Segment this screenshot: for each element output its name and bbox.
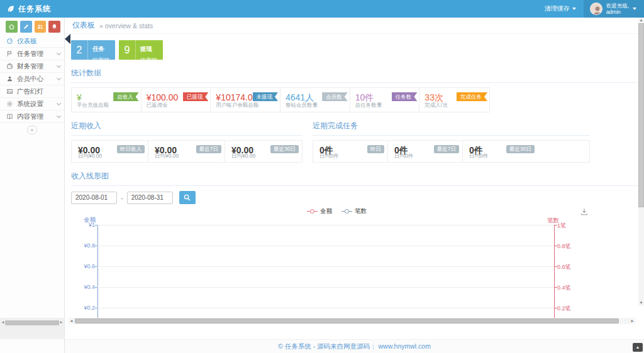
back-to-top-button[interactable]: ▲: [633, 343, 643, 352]
sidebar-item-finance[interactable]: 财务管理: [0, 60, 64, 73]
chevron-down-icon: [57, 63, 61, 67]
right-axis-tickmark: [554, 246, 557, 246]
scroll-up-arrow-icon[interactable]: ▲: [638, 18, 644, 23]
sidebar-item-content[interactable]: 内容管理: [0, 111, 64, 123]
income-card-7days: ¥0.00 最近7日 日均¥0.00: [148, 141, 225, 162]
start-date-input[interactable]: [71, 192, 117, 204]
left-axis-tick: ¥0.8: [71, 242, 95, 249]
sidebar-collapse-row: «: [0, 123, 64, 137]
book-icon: [6, 113, 13, 120]
sidebar-item-ads[interactable]: 广告幻灯: [0, 85, 64, 98]
avatar-person-icon: [591, 4, 602, 15]
left-axis-tickmark: [95, 287, 97, 288]
income-daily-average: 日均¥0.00: [231, 153, 255, 160]
download-chart-button[interactable]: [580, 207, 589, 219]
income-period-badge: 最近30日: [270, 145, 299, 153]
clear-cache-menu[interactable]: 清理缓存: [537, 0, 584, 18]
sidebar-bottom-strip: ◄ ►: [0, 318, 64, 339]
stat-card-completions: 33次 完成任务 完成人/次: [419, 88, 489, 112]
section-title-recent-income: 近期收入: [71, 121, 303, 136]
search-button[interactable]: [179, 191, 196, 204]
tasks-card-30days: 0件 最近30日 日均0件: [463, 141, 538, 162]
scroll-right-arrow-icon[interactable]: ►: [59, 320, 64, 325]
stat-ribbon: 任务数: [392, 92, 418, 101]
breadcrumb-current[interactable]: 仪表板: [72, 20, 95, 31]
stat-card-total-income: ¥ 总收入 平台充值总额: [72, 88, 142, 112]
left-axis-tickmark: [95, 246, 97, 246]
chevron-down-icon: [633, 8, 636, 10]
pencil-icon: [23, 23, 30, 30]
stat-label: 平台充值总额: [77, 102, 109, 109]
scrollbar-thumb[interactable]: [5, 320, 59, 325]
user-icon: [6, 75, 13, 82]
main-vertical-scrollbar[interactable]: ▲ ▼: [638, 18, 644, 306]
left-axis-line: [97, 225, 98, 318]
chevron-down-icon: [57, 50, 61, 55]
sidebar-quick-buttons: [0, 18, 64, 35]
edit-button[interactable]: [20, 21, 32, 33]
sidebar-item-label: 会员中心: [17, 75, 53, 84]
chart-gridline: [97, 246, 554, 246]
members-button[interactable]: [35, 21, 47, 33]
date-filter: -: [71, 191, 638, 204]
chart-horizontal-scrollbar[interactable]: ◄ ►: [69, 318, 635, 324]
pending-badges-row: 2 任务 待审核 9 提现 待审核: [71, 40, 638, 60]
scroll-left-arrow-icon[interactable]: ◄: [1, 320, 5, 325]
sidebar-item-settings[interactable]: 系统设置: [0, 98, 64, 111]
legend-marker-count: [341, 209, 352, 214]
image-icon: [6, 88, 13, 95]
home-button[interactable]: [6, 21, 18, 33]
gear-icon: [6, 100, 13, 107]
pending-withdrawals-count: 9: [119, 40, 136, 60]
pending-withdrawals-badge[interactable]: 9 提现 待审核: [119, 40, 163, 60]
section-title-stats: 统计数据: [71, 68, 638, 83]
recent-tasks-cards: 0件 昨日 日均0件 0件 最近7日 日均0件 0件 最近30日 日均0: [313, 140, 590, 163]
dashboard-icon: [6, 38, 13, 45]
pending-tasks-badge[interactable]: 2 任务 待审核: [71, 40, 115, 60]
notifications-button[interactable]: [48, 21, 60, 33]
scrollbar-thumb[interactable]: [75, 318, 619, 323]
right-axis-tick: 0.8笔: [557, 242, 571, 251]
sidebar-item-label: 系统设置: [17, 100, 53, 109]
scrollbar-track[interactable]: [74, 318, 630, 324]
avatar: [590, 3, 602, 15]
right-axis-tickmark: [554, 308, 557, 308]
stat-label: 用户账户余额总额: [216, 102, 258, 109]
recent-income-section: 近期收入 ¥0.00 昨日收入 日均¥0.00 ¥0.00 最近7日 日均¥0.…: [71, 112, 303, 163]
legend-item-count[interactable]: 笔数: [341, 207, 367, 215]
sidebar-item-dashboard[interactable]: 仪表板: [0, 35, 64, 48]
bell-icon: [51, 23, 58, 30]
footer-text[interactable]: © 任务系统 - 源码来自网意源码： www.hnymwl.com: [278, 342, 431, 350]
legend-item-amount[interactable]: 金额: [307, 207, 332, 215]
user-menu[interactable]: 欢迎光临, admin: [584, 0, 644, 18]
badge-line1: 提现: [140, 45, 152, 52]
stat-ribbon: 已提现: [183, 92, 209, 101]
left-axis-tickmark: [95, 308, 97, 308]
stat-ribbon: 完成任务: [457, 92, 487, 101]
scrollbar-thumb[interactable]: [638, 23, 644, 207]
leaf-icon: [6, 4, 15, 13]
section-title-recent-tasks: 近期完成任务: [313, 121, 590, 136]
scroll-right-arrow-icon[interactable]: ►: [630, 318, 635, 324]
stat-value: 10件: [355, 92, 374, 102]
tasks-period-badge: 昨日: [367, 145, 384, 153]
stat-label: 整站会员数量: [286, 102, 318, 109]
sidebar: 仪表板 任务管理 财务管理 会员中心 广告幻灯 系统设置 内容管理: [0, 18, 65, 353]
scroll-down-arrow-icon[interactable]: ▼: [638, 300, 644, 306]
sidebar-horizontal-scrollbar[interactable]: ◄ ►: [1, 320, 64, 325]
date-separator: -: [121, 194, 123, 202]
welcome-line2: admin: [606, 9, 621, 15]
tasks-card-7days: 0件 最近7日 日均0件: [388, 141, 463, 162]
end-date-input[interactable]: [127, 192, 173, 204]
dashboard-content: 2 任务 待审核 9 提现 待审核 统计数据 ¥: [65, 40, 644, 324]
scroll-left-arrow-icon[interactable]: ◄: [69, 318, 74, 324]
tasks-daily-average: 日均0件: [394, 153, 413, 160]
stat-label: 总任务数量: [355, 102, 382, 109]
right-axis-tick: 0.4笔: [557, 284, 571, 292]
sidebar-item-members[interactable]: 会员中心: [0, 73, 64, 85]
sidebar-collapse-button[interactable]: «: [27, 126, 37, 134]
sidebar-item-label: 内容管理: [17, 112, 53, 121]
chevron-down-icon: [57, 75, 61, 80]
right-axis-tick: 0.6笔: [557, 263, 571, 271]
sidebar-item-tasks[interactable]: 任务管理: [0, 48, 64, 60]
